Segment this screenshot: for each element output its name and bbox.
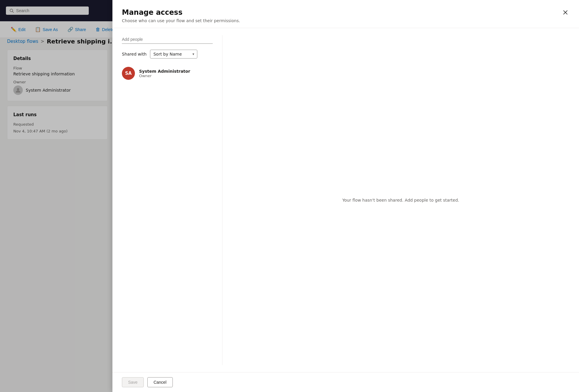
modal-title: Manage access [122, 8, 240, 17]
chevron-down-icon: ▾ [192, 52, 194, 56]
user-avatar: SA [122, 67, 135, 80]
user-name: System Administrator [139, 69, 190, 74]
cancel-button[interactable]: Cancel [147, 377, 173, 387]
user-entry: SA System Administrator Owner [122, 64, 213, 82]
close-button[interactable] [561, 8, 570, 17]
shared-with-row: Shared with Sort by Name ▾ [122, 50, 213, 59]
sort-dropdown[interactable]: Sort by Name ▾ [150, 50, 197, 59]
cancel-label: Cancel [154, 380, 167, 385]
manage-access-modal: Manage access Choose who can use your fl… [112, 0, 579, 392]
close-icon [562, 9, 568, 15]
modal-body: Shared with Sort by Name ▾ SA System Adm… [112, 28, 579, 372]
modal-right-panel: Your flow hasn't been shared. Add people… [222, 35, 570, 365]
modal-subtitle: Choose who can use your flow and set the… [122, 18, 240, 23]
save-label: Save [128, 380, 138, 385]
modal-overlay [0, 0, 112, 392]
user-role: Owner [139, 74, 190, 78]
sort-label: Sort by Name [153, 52, 182, 56]
modal-header: Manage access Choose who can use your fl… [112, 0, 579, 28]
user-info: System Administrator Owner [139, 69, 190, 78]
save-button[interactable]: Save [122, 377, 144, 387]
user-initials: SA [125, 71, 132, 76]
add-people-input[interactable] [122, 35, 213, 44]
modal-left-panel: Shared with Sort by Name ▾ SA System Adm… [122, 35, 222, 365]
shared-with-label: Shared with [122, 52, 146, 56]
empty-state-message: Your flow hasn't been shared. Add people… [342, 198, 459, 203]
modal-header-text: Manage access Choose who can use your fl… [122, 8, 240, 23]
modal-footer: Save Cancel [112, 372, 579, 392]
